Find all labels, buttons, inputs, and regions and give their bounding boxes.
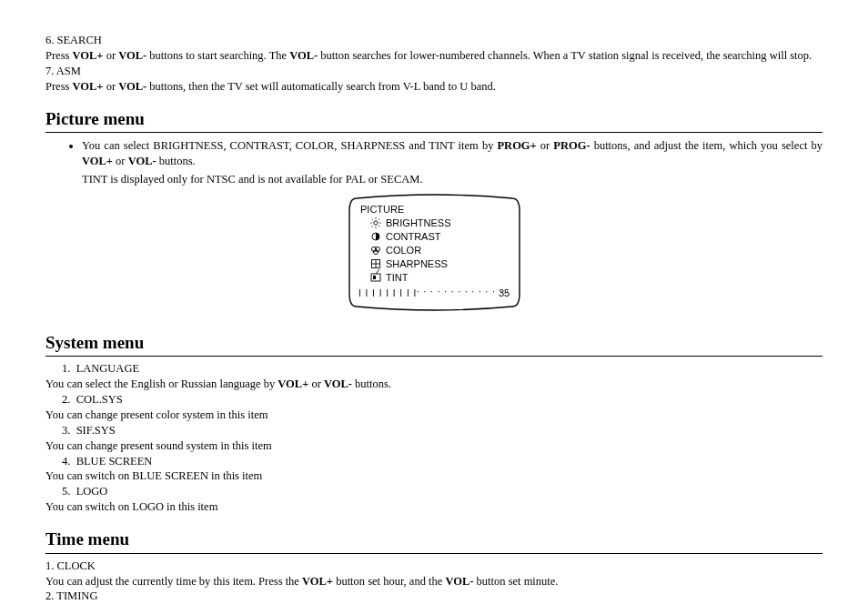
tint-note: TINT is displayed only for NTSC and is n… xyxy=(82,172,823,187)
osd-item-color: COLOR xyxy=(386,245,421,256)
tv-screen-icon: PICTURE BRIGHTNESS CONTRAST COLOR xyxy=(346,191,523,314)
svg-line-7 xyxy=(371,226,372,226)
color-icon xyxy=(371,247,379,254)
system-item2-heading: 2. COL.SYS xyxy=(62,392,823,408)
osd-item-tint: TINT xyxy=(386,272,409,283)
brightness-icon xyxy=(370,217,381,228)
osd-slider-dots: · · · · · · · · · · · · · · xyxy=(417,287,510,297)
item6-body: Press VOL+ or VOL- buttons to start sear… xyxy=(45,48,823,64)
osd-title: PICTURE xyxy=(360,204,404,215)
svg-point-0 xyxy=(373,221,377,225)
sharpness-icon xyxy=(371,259,379,267)
system-item2-body: You can change present color system in t… xyxy=(45,408,823,423)
item7-title: ASM xyxy=(56,65,81,77)
intro-block: 6. SEARCH Press VOL+ or VOL- buttons to … xyxy=(45,33,823,95)
time-item1-heading: 1. CLOCK xyxy=(45,559,823,574)
time-item1-body: You can adjust the currently time by thi… xyxy=(45,574,823,589)
svg-line-8 xyxy=(378,226,379,226)
svg-line-6 xyxy=(378,218,379,219)
system-item3-body: You can change present sound system in t… xyxy=(45,438,823,454)
system-item4-body: You can switch on BLUE SCREEN in this it… xyxy=(45,468,823,484)
osd-slider-filled: I I I I I I I I I xyxy=(358,288,417,298)
contrast-icon xyxy=(372,233,379,240)
svg-line-5 xyxy=(371,218,372,219)
system-item5-heading: 5. LOGO xyxy=(62,484,823,499)
system-item1-body: You can select the English or Russian la… xyxy=(45,377,823,392)
svg-rect-17 xyxy=(373,276,376,279)
item6-num: 6. xyxy=(45,34,54,46)
osd-item-contrast: CONTRAST xyxy=(386,231,441,242)
osd-item-brightness: BRIGHTNESS xyxy=(386,217,451,228)
item7-heading: 7. ASM xyxy=(45,64,823,79)
system-item1-heading: 1. LANGUAGE xyxy=(62,361,823,377)
picture-bullet-item: You can select BRIGHTNESS, CONTRAST, COL… xyxy=(82,138,823,169)
tint-icon xyxy=(371,269,380,281)
system-block: 1. LANGUAGE You can select the English o… xyxy=(45,361,823,515)
item6-heading: 6. SEARCH xyxy=(45,33,823,48)
time-menu-heading: Time menu xyxy=(45,528,823,554)
osd-slider-value: 35 xyxy=(499,287,510,298)
item6-title: SEARCH xyxy=(57,34,102,46)
picture-bullet-list: You can select BRIGHTNESS, CONTRAST, COL… xyxy=(45,138,823,169)
system-item5-body: You can switch on LOGO in this item xyxy=(45,499,823,515)
osd-item-sharpness: SHARPNESS xyxy=(386,258,448,269)
time-item2-heading: 2. TIMING xyxy=(45,589,823,604)
system-item3-heading: 3. SIF.SYS xyxy=(62,423,823,438)
item7-body: Press VOL+ or VOL- buttons, then the TV … xyxy=(45,79,823,95)
item7-num: 7. xyxy=(45,65,54,77)
system-item4-heading: 4. BLUE SCREEN xyxy=(62,454,823,469)
time-block: 1. CLOCK You can adjust the currently ti… xyxy=(45,559,823,605)
picture-menu-heading: Picture menu xyxy=(45,107,823,134)
picture-osd-diagram: PICTURE BRIGHTNESS CONTRAST COLOR xyxy=(45,191,823,318)
system-menu-heading: System menu xyxy=(45,331,823,357)
